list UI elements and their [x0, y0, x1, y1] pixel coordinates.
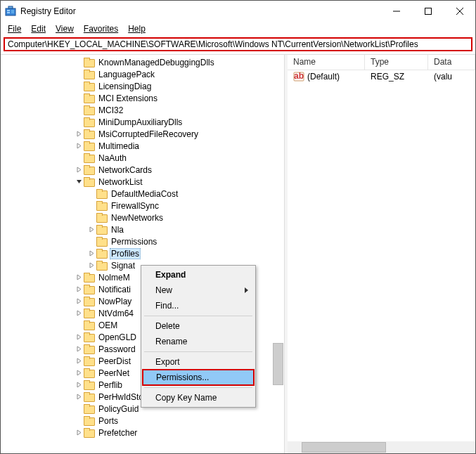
expander-empty	[74, 93, 84, 103]
tree-item-label: Signat	[110, 261, 136, 271]
chevron-right-icon[interactable]	[86, 249, 96, 259]
tree-item-label: OEM	[97, 320, 119, 330]
folder-icon	[84, 368, 95, 378]
cm-rename[interactable]: Rename	[143, 334, 254, 349]
chevron-right-icon[interactable]	[74, 380, 84, 390]
cm-permissions[interactable]: Permissions...	[142, 369, 255, 386]
value-data: (valu	[428, 72, 475, 82]
folder-icon	[84, 58, 95, 67]
chevron-right-icon[interactable]	[86, 225, 96, 235]
cm-expand[interactable]: Expand	[143, 267, 254, 283]
menu-edit[interactable]: Edit	[27, 23, 50, 34]
folder-icon	[84, 70, 95, 79]
tree-item[interactable]: Permissions	[1, 235, 284, 247]
chevron-right-icon[interactable]	[74, 368, 84, 378]
tree-item[interactable]: NaAuth	[1, 152, 284, 164]
folder-icon	[96, 261, 108, 271]
titlebar[interactable]: Registry Editor	[1, 1, 475, 22]
tree-item[interactable]: KnownManagedDebuggingDlls	[1, 56, 284, 68]
chevron-right-icon[interactable]	[74, 392, 84, 402]
chevron-right-icon[interactable]	[74, 297, 84, 306]
chevron-right-icon[interactable]	[74, 344, 84, 354]
tree-item[interactable]: NetworkCards	[1, 164, 284, 176]
expander-empty	[74, 70, 84, 79]
folder-icon	[84, 129, 95, 139]
tree-item[interactable]: DefaultMediaCost	[1, 188, 284, 200]
cm-separator	[144, 316, 252, 316]
tree-item[interactable]: Profiles	[1, 247, 284, 259]
col-data[interactable]: Data	[428, 55, 475, 70]
tree-item[interactable]: LicensingDiag	[1, 80, 284, 92]
expander-empty	[74, 117, 84, 127]
chevron-right-icon[interactable]	[74, 285, 84, 294]
close-button[interactable]	[444, 1, 475, 22]
list-header: Name Type Data	[288, 55, 475, 70]
folder-icon	[84, 309, 95, 318]
chevron-right-icon[interactable]	[74, 309, 84, 318]
tree-item[interactable]: NetworkList	[1, 176, 284, 188]
folder-icon	[84, 285, 95, 294]
tree-item-label: Password	[97, 344, 137, 354]
folder-icon	[96, 237, 108, 247]
chevron-right-icon[interactable]	[74, 129, 84, 139]
cm-delete[interactable]: Delete	[143, 318, 254, 334]
folder-icon	[96, 225, 108, 235]
svg-rect-3	[11, 10, 14, 13]
svg-rect-1	[7, 10, 10, 11]
regedit-icon	[5, 6, 16, 17]
cm-separator	[144, 351, 252, 352]
list-pane[interactable]: Name Type Data ab (Default) REG_SZ (valu	[288, 55, 475, 453]
list-body: ab (Default) REG_SZ (valu	[288, 70, 475, 441]
tree-item[interactable]: NewNetworks	[1, 212, 284, 223]
cm-export[interactable]: Export	[143, 354, 254, 370]
tree-item[interactable]: Prefetcher	[1, 427, 284, 439]
col-type[interactable]: Type	[365, 55, 428, 70]
menu-view[interactable]: View	[51, 23, 78, 34]
tree-item-label: Profiles	[110, 248, 141, 259]
tree-item[interactable]: FirewallSync	[1, 200, 284, 212]
cm-new[interactable]: New	[143, 283, 254, 298]
tree-item[interactable]: MiniDumpAuxiliaryDlls	[1, 116, 284, 128]
tree-item-label: Ports	[97, 416, 120, 426]
chevron-right-icon[interactable]	[74, 141, 84, 151]
chevron-right-icon[interactable]	[74, 332, 84, 342]
tree-item[interactable]: Nla	[1, 223, 284, 235]
tree-item[interactable]: MCI Extensions	[1, 92, 284, 104]
chevron-right-icon[interactable]	[74, 273, 84, 283]
minimize-button[interactable]	[380, 1, 412, 22]
chevron-right-icon[interactable]	[74, 428, 84, 438]
menu-help[interactable]: Help	[124, 23, 150, 34]
tree-item[interactable]: Multimedia	[1, 140, 284, 152]
tree-item[interactable]: MsiCorruptedFileRecovery	[1, 128, 284, 140]
folder-icon	[84, 392, 95, 402]
list-hscroll-thumb[interactable]	[302, 442, 386, 453]
cm-find[interactable]: Find...	[143, 298, 254, 313]
tree-item[interactable]: Ports	[1, 415, 284, 427]
cm-copy-key-name[interactable]: Copy Key Name	[143, 390, 254, 406]
folder-icon	[84, 93, 95, 103]
chevron-right-icon[interactable]	[74, 356, 84, 366]
tree-item-label: MiniDumpAuxiliaryDlls	[97, 117, 184, 127]
tree-item[interactable]: LanguagePack	[1, 68, 284, 80]
tree-item-label: Nla	[110, 225, 125, 235]
folder-icon	[84, 380, 95, 390]
tree-item-label: Notificati	[97, 285, 132, 294]
chevron-right-icon[interactable]	[74, 165, 84, 175]
chevron-down-icon[interactable]	[74, 177, 84, 187]
list-hscrollbar[interactable]	[288, 441, 475, 453]
address-input[interactable]: Computer\HKEY_LOCAL_MACHINE\SOFTWARE\Mic…	[4, 37, 472, 51]
chevron-right-icon[interactable]	[86, 261, 96, 271]
tree-scrollbar-thumb[interactable]	[273, 343, 283, 385]
tree-item[interactable]: MCI32	[1, 104, 284, 116]
folder-icon	[84, 165, 95, 175]
value-name: (Default)	[307, 72, 340, 82]
col-name[interactable]: Name	[288, 55, 365, 70]
svg-rect-4	[8, 6, 13, 8]
maximize-button[interactable]	[412, 1, 444, 22]
tree-item-label: LanguagePack	[97, 70, 156, 79]
folder-icon	[84, 428, 95, 438]
menu-favorites[interactable]: Favorites	[79, 23, 122, 34]
list-row[interactable]: ab (Default) REG_SZ (valu	[288, 70, 475, 83]
menu-file[interactable]: File	[4, 23, 25, 34]
folder-icon	[84, 344, 95, 354]
